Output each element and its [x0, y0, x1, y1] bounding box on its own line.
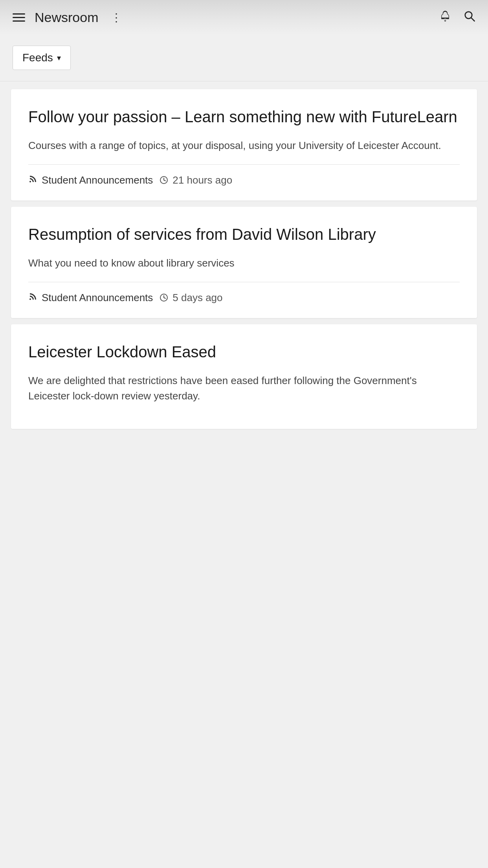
feed-label: Student Announcements: [42, 174, 153, 186]
article-summary: We are delighted that restrictions have …: [28, 373, 460, 404]
news-feed: Follow your passion – Learn something ne…: [0, 81, 488, 437]
svg-point-2: [29, 181, 31, 182]
svg-line-9: [164, 298, 165, 298]
header-right: [439, 10, 475, 25]
search-button[interactable]: [464, 10, 475, 25]
article-title: Leicester Lockdown Eased: [28, 342, 460, 362]
article-meta: Student Announcements 21 hours ago: [28, 174, 460, 186]
time-label: 21 hours ago: [172, 174, 232, 186]
article-time: 21 hours ago: [159, 174, 232, 186]
clock-icon: [159, 175, 169, 186]
article-summary: Courses with a range of topics, at your …: [28, 138, 460, 153]
feeds-bar: Feeds ▾: [0, 35, 488, 81]
feed-label: Student Announcements: [42, 292, 153, 304]
article-feed: Student Announcements: [28, 292, 153, 304]
app-header: Newsroom ⋮: [0, 0, 488, 35]
news-card[interactable]: Follow your passion – Learn something ne…: [11, 89, 477, 200]
notifications-bell-icon[interactable]: [439, 10, 451, 25]
app-title: Newsroom: [35, 10, 98, 25]
card-divider: [28, 282, 460, 282]
article-feed: Student Announcements: [28, 174, 153, 186]
article-title: Resumption of services from David Wilson…: [28, 224, 460, 245]
svg-line-5: [164, 180, 165, 181]
svg-point-6: [29, 298, 31, 300]
feeds-dropdown-button[interactable]: Feeds ▾: [13, 46, 71, 70]
rss-icon: [28, 174, 38, 186]
svg-line-1: [471, 18, 474, 21]
feeds-caret-icon: ▾: [57, 53, 61, 63]
feeds-button-label: Feeds: [22, 51, 53, 64]
article-meta: Student Announcements 5 days ago: [28, 292, 460, 304]
news-card[interactable]: Resumption of services from David Wilson…: [11, 207, 477, 318]
card-divider: [28, 164, 460, 165]
hamburger-menu-button[interactable]: [13, 13, 25, 22]
header-left: Newsroom ⋮: [13, 10, 439, 25]
rss-icon: [28, 292, 38, 304]
news-card[interactable]: Leicester Lockdown Eased We are delighte…: [11, 324, 477, 429]
time-label: 5 days ago: [172, 292, 222, 304]
article-time: 5 days ago: [159, 292, 222, 304]
clock-icon: [159, 293, 169, 303]
article-title: Follow your passion – Learn something ne…: [28, 107, 460, 127]
more-options-button[interactable]: ⋮: [111, 11, 123, 24]
article-summary: What you need to know about library serv…: [28, 256, 460, 271]
